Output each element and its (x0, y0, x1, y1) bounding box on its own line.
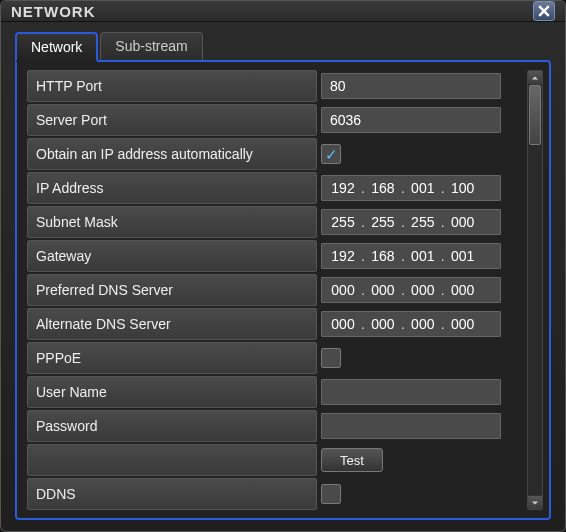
tab-bar: Network Sub-stream (15, 32, 551, 60)
label-http-port: HTTP Port (27, 70, 317, 102)
ip-octet[interactable] (326, 180, 360, 196)
user-name-input[interactable] (321, 379, 501, 405)
tab-sub-stream[interactable]: Sub-stream (100, 32, 202, 60)
test-button[interactable]: Test (321, 448, 383, 472)
ip-octet[interactable] (366, 180, 400, 196)
tab-label: Network (31, 39, 82, 55)
label-test (27, 444, 317, 476)
label-pref-dns: Preferred DNS Server (27, 274, 317, 306)
scrollbar[interactable] (527, 70, 543, 510)
ip-octet[interactable] (326, 282, 360, 298)
settings-rows: HTTP Port Server Port Obtain an IP addre… (27, 70, 523, 510)
row-gateway: Gateway . . . (27, 240, 523, 272)
label-subnet-mask: Subnet Mask (27, 206, 317, 238)
ip-octet[interactable] (406, 316, 440, 332)
row-subnet-mask: Subnet Mask . . . (27, 206, 523, 238)
label-pppoe: PPPoE (27, 342, 317, 374)
ip-octet[interactable] (406, 282, 440, 298)
ip-octet[interactable] (446, 248, 480, 264)
scroll-up-icon[interactable] (528, 71, 542, 85)
subnet-mask-input[interactable]: . . . (321, 209, 501, 235)
label-dhcp: Obtain an IP address automatically (27, 138, 317, 170)
row-user-name: User Name (27, 376, 523, 408)
pppoe-checkbox[interactable] (321, 348, 341, 368)
label-ddns: DDNS (27, 478, 317, 510)
scroll-track[interactable] (528, 85, 542, 495)
gateway-input[interactable]: . . . (321, 243, 501, 269)
label-password: Password (27, 410, 317, 442)
titlebar: NETWORK (1, 1, 565, 22)
ip-octet[interactable] (326, 248, 360, 264)
row-http-port: HTTP Port (27, 70, 523, 102)
row-pref-dns: Preferred DNS Server . . . (27, 274, 523, 306)
server-port-input[interactable] (321, 107, 501, 133)
ip-address-input[interactable]: . . . (321, 175, 501, 201)
label-alt-dns: Alternate DNS Server (27, 308, 317, 340)
ip-octet[interactable] (366, 248, 400, 264)
row-server-port: Server Port (27, 104, 523, 136)
row-test: Test (27, 444, 523, 476)
row-ddns: DDNS (27, 478, 523, 510)
ip-octet[interactable] (406, 180, 440, 196)
window-body: Network Sub-stream HTTP Port Server Port… (1, 22, 565, 528)
ip-octet[interactable] (446, 214, 480, 230)
password-input[interactable] (321, 413, 501, 439)
http-port-input[interactable] (321, 73, 501, 99)
ddns-checkbox[interactable] (321, 484, 341, 504)
row-ip-address: IP Address . . . (27, 172, 523, 204)
ip-octet[interactable] (446, 180, 480, 196)
row-pppoe: PPPoE (27, 342, 523, 374)
label-server-port: Server Port (27, 104, 317, 136)
ip-octet[interactable] (366, 282, 400, 298)
row-alt-dns: Alternate DNS Server . . . (27, 308, 523, 340)
ip-octet[interactable] (406, 248, 440, 264)
ip-octet[interactable] (406, 214, 440, 230)
row-password: Password (27, 410, 523, 442)
label-user-name: User Name (27, 376, 317, 408)
label-ip-address: IP Address (27, 172, 317, 204)
tab-label: Sub-stream (115, 38, 187, 54)
row-dhcp: Obtain an IP address automatically (27, 138, 523, 170)
close-icon[interactable] (533, 1, 555, 21)
alt-dns-input[interactable]: . . . (321, 311, 501, 337)
label-gateway: Gateway (27, 240, 317, 272)
network-window: NETWORK Network Sub-stream HTTP Port Ser… (0, 0, 566, 532)
settings-panel: HTTP Port Server Port Obtain an IP addre… (15, 60, 551, 520)
footer: Default Apply Exit (1, 528, 565, 532)
ip-octet[interactable] (446, 282, 480, 298)
ip-octet[interactable] (326, 214, 360, 230)
scroll-down-icon[interactable] (528, 495, 542, 509)
ip-octet[interactable] (446, 316, 480, 332)
window-title: NETWORK (11, 3, 96, 20)
tab-network[interactable]: Network (15, 32, 98, 62)
ip-octet[interactable] (366, 214, 400, 230)
pref-dns-input[interactable]: . . . (321, 277, 501, 303)
dhcp-checkbox[interactable] (321, 144, 341, 164)
scroll-thumb[interactable] (529, 85, 541, 145)
ip-octet[interactable] (326, 316, 360, 332)
ip-octet[interactable] (366, 316, 400, 332)
